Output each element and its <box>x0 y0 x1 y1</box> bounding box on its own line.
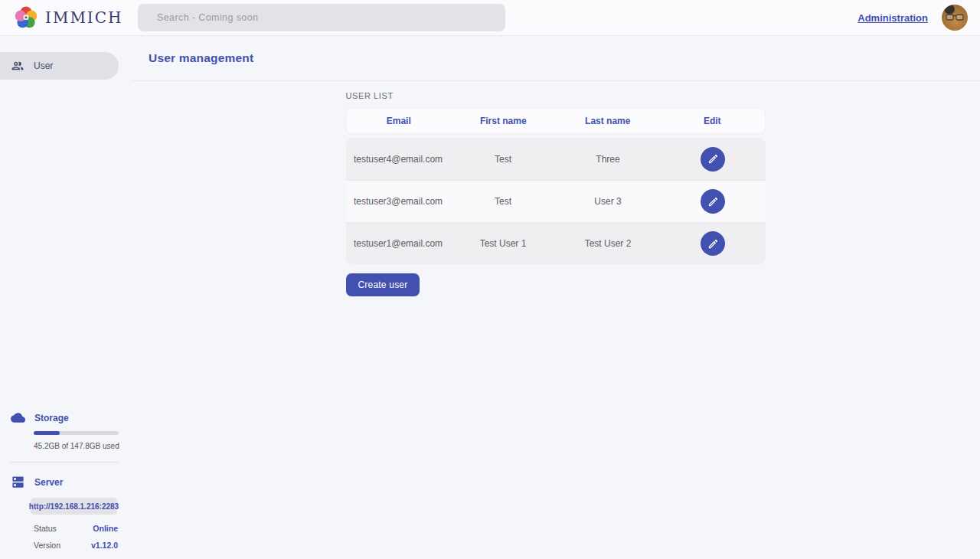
edit-user-button[interactable] <box>701 147 725 172</box>
table-header-row: Email First name Last name Edit <box>346 108 766 134</box>
server-title: Server <box>34 477 63 488</box>
storage-section-header: Storage <box>0 410 131 425</box>
user-list-section: USER LIST Email First name Last name Edi… <box>346 81 766 296</box>
cell-email: testuser4@email.com <box>346 154 451 165</box>
server-icon <box>11 475 25 489</box>
status-label: Status <box>34 524 57 533</box>
storage-title: Storage <box>34 413 69 423</box>
create-user-button[interactable]: Create user <box>346 273 420 296</box>
table-row: testuser3@email.com Test User 3 <box>346 180 766 222</box>
user-table-body: testuser4@email.com Test Three <box>346 138 766 264</box>
sidebar-item-user[interactable]: User <box>0 52 119 80</box>
server-status-row: Status Online <box>34 516 118 533</box>
sidebar-item-user-label: User <box>34 60 53 71</box>
cell-email: testuser3@email.com <box>346 196 451 207</box>
version-value: v1.12.0 <box>91 541 118 550</box>
cell-last-name: Three <box>556 154 661 165</box>
cell-email: testuser1@email.com <box>346 238 451 249</box>
edit-user-button[interactable] <box>701 189 725 214</box>
status-value: Online <box>93 524 118 533</box>
sidebar-footer: Storage 45.2GB of 147.8GB used Server ht… <box>0 410 131 559</box>
immich-flower-icon <box>14 5 38 30</box>
cell-last-name: User 3 <box>556 196 661 207</box>
immich-logo: IMMICH <box>0 5 123 30</box>
main-content: User management USER LIST Email First na… <box>131 36 980 559</box>
page-header: User management <box>131 36 980 81</box>
edit-user-button[interactable] <box>701 231 725 256</box>
storage-usage-text: 45.2GB of 147.8GB used <box>34 442 131 450</box>
search-input[interactable] <box>138 4 505 31</box>
cell-last-name: Test User 2 <box>556 238 661 249</box>
column-header-edit: Edit <box>660 116 765 126</box>
page-title: User management <box>149 51 253 65</box>
server-version-row: Version v1.12.0 <box>34 533 118 550</box>
column-header-email: Email <box>347 116 452 126</box>
cloud-icon <box>11 410 25 425</box>
column-header-last-name: Last name <box>556 116 661 126</box>
pencil-icon <box>707 153 719 165</box>
glasses-photo-detail <box>946 13 964 22</box>
user-list-label: USER LIST <box>346 91 766 100</box>
user-avatar[interactable] <box>942 5 968 31</box>
cell-first-name: Test <box>451 196 556 207</box>
cell-first-name: Test User 1 <box>451 238 556 249</box>
administration-link[interactable]: Administration <box>858 12 928 24</box>
storage-progress-bar <box>34 431 119 435</box>
cell-first-name: Test <box>451 154 556 165</box>
top-bar: IMMICH Administration <box>0 0 980 36</box>
storage-progress-fill <box>34 431 60 435</box>
column-header-first-name: First name <box>451 116 556 126</box>
version-label: Version <box>34 541 60 550</box>
topbar-right: Administration <box>858 5 980 31</box>
table-row: testuser1@email.com Test User 1 Test Use… <box>346 222 766 264</box>
server-url-badge[interactable]: http://192.168.1.216:2283 <box>31 498 117 515</box>
pencil-icon <box>707 238 719 250</box>
footer-divider <box>11 462 119 463</box>
table-row: testuser4@email.com Test Three <box>346 138 766 180</box>
server-section-header: Server <box>0 475 131 489</box>
logo-wordmark: IMMICH <box>45 8 123 27</box>
users-icon <box>11 59 24 73</box>
sidebar: User Storage 45.2GB of 147.8GB used <box>0 36 131 559</box>
pencil-icon <box>707 196 719 208</box>
